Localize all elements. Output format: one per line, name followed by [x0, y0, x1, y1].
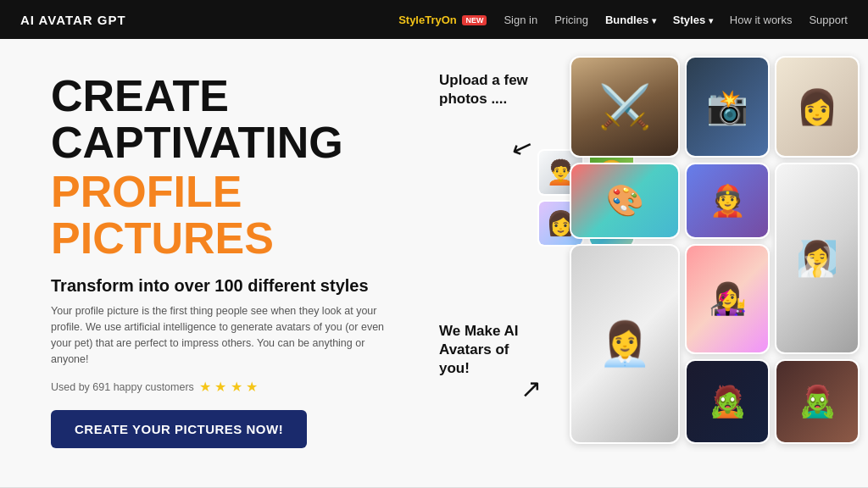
nav-links: StyleTryOn NEW Sign in Pricing Bundles S…: [398, 14, 848, 26]
arrow-right-icon: ↗: [520, 374, 542, 403]
new-badge: NEW: [462, 15, 487, 25]
hero-left: CREATE CAPTIVATING PROFILE PICTURES Tran…: [0, 39, 427, 488]
hero-right: Upload a few photos .... ↙ 🧑‍🦱 😊 👩 🤳 We …: [427, 39, 868, 488]
logo: AI AVATAR GPT: [20, 13, 126, 27]
ai-label: We Make AI Avatars of you!: [439, 322, 532, 378]
nav-styletry[interactable]: StyleTryOn NEW: [398, 14, 487, 26]
ai-photo-grid: ⚔️ 📸 👩 🎨 👲 🧖‍♀️ 👩‍💼 👩‍: [570, 56, 860, 444]
stars: ★ ★ ★ ★: [199, 379, 258, 395]
nav-how-it-works[interactable]: How it works: [730, 14, 793, 26]
arrow-down-icon: ↙: [508, 130, 537, 164]
nav-signin[interactable]: Sign in: [504, 14, 537, 26]
ai-photo-elegant: 👩: [775, 56, 860, 158]
ai-photo-pink-hair: 👩‍🎤: [685, 244, 770, 354]
hero-subheadline: Transform into over 100 different styles: [51, 274, 393, 297]
nav-support[interactable]: Support: [809, 14, 848, 26]
ai-photo-clown: 🧟: [685, 359, 770, 444]
ai-photo-camera: 📸: [685, 56, 770, 158]
nav-styles[interactable]: Styles: [673, 14, 713, 26]
hero-line3: PROFILE PICTURES: [51, 169, 393, 261]
ai-photo-business: 👩‍💼: [570, 244, 680, 444]
ai-photo-blue-scarf: 👲: [685, 163, 770, 239]
navbar: AI AVATAR GPT StyleTryOn NEW Sign in Pri…: [0, 0, 868, 39]
ai-photo-colorful: 🎨: [570, 163, 680, 239]
cta-button[interactable]: CREATE YOUR PICTURES NOW!: [51, 410, 307, 448]
upload-label: Upload a few photos ....: [439, 71, 541, 108]
hero-line1: CREATE CAPTIVATING: [51, 73, 393, 165]
ai-photo-dark: 🧟‍♂️: [775, 359, 860, 444]
nav-pricing[interactable]: Pricing: [554, 14, 588, 26]
hero-description: Your profile picture is the first thing …: [51, 303, 393, 367]
ai-photo-viking: ⚔️: [570, 56, 680, 158]
ai-photo-slim: 🧖‍♀️: [775, 163, 860, 354]
social-proof-text: Used by 691 happy customers: [51, 381, 194, 393]
social-proof: Used by 691 happy customers ★ ★ ★ ★: [51, 379, 393, 395]
main-content: CREATE CAPTIVATING PROFILE PICTURES Tran…: [0, 39, 868, 488]
nav-bundles[interactable]: Bundles: [605, 14, 656, 26]
